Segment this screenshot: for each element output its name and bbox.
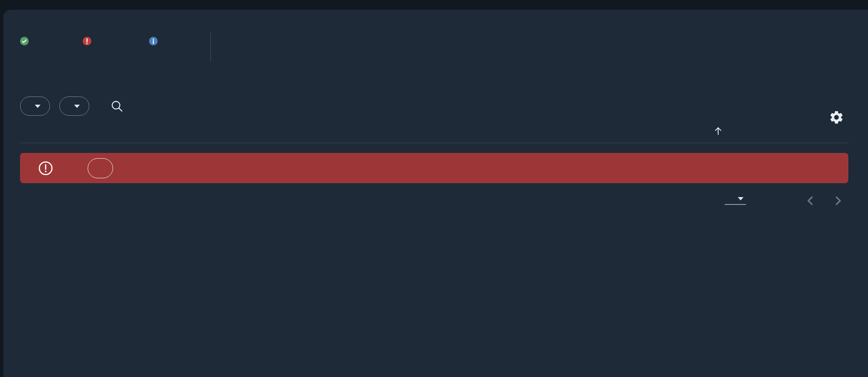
stat-unhealthy	[83, 32, 149, 63]
retry-button[interactable]	[88, 158, 113, 178]
previous-page-icon[interactable]	[802, 193, 818, 209]
support-error-banner	[20, 153, 848, 183]
next-page-icon[interactable]	[830, 193, 846, 209]
sort-ascending-icon	[713, 126, 723, 136]
page-size-select[interactable]	[725, 197, 746, 205]
stat-memory	[284, 32, 285, 63]
table-header-row	[20, 121, 848, 143]
chevron-down-icon	[738, 197, 744, 200]
info-circle-icon	[149, 37, 158, 45]
error-icon	[38, 161, 53, 176]
unhealthy-circle-icon	[83, 37, 91, 45]
stat-cpu	[238, 32, 284, 63]
stats-divider	[210, 33, 211, 62]
stat-unused	[149, 32, 210, 63]
pagination-bar	[20, 193, 848, 209]
node-stats-row	[20, 32, 848, 63]
status-filter-button[interactable]	[20, 96, 50, 116]
healthy-circle-icon	[20, 37, 29, 45]
source-filter-button[interactable]	[59, 96, 89, 116]
main-panel	[3, 10, 868, 377]
search-icon[interactable]	[110, 99, 124, 113]
filter-row	[20, 96, 848, 116]
stat-healthy	[20, 32, 83, 63]
settings-gear-icon[interactable]	[829, 110, 844, 127]
column-header-expiry[interactable]	[709, 126, 811, 136]
chevron-down-icon	[35, 105, 41, 108]
chevron-down-icon	[74, 105, 80, 108]
